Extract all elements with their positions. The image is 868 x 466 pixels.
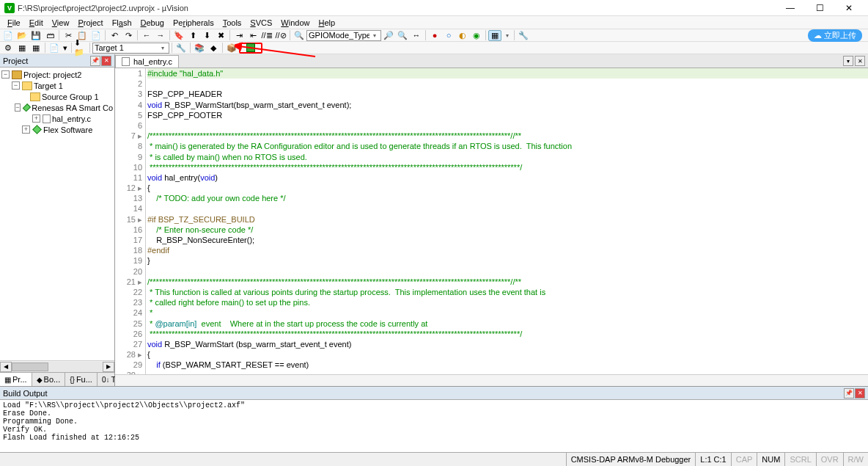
tab-books[interactable]: ◆ Bo... [32,373,66,386]
panel-pin-icon[interactable]: 📌 [90,56,100,66]
menu-help[interactable]: Help [314,18,339,27]
tree-target[interactable]: −Target 1 [1,80,113,91]
titlebar: V F:\RS\project\project2\project2.uvproj… [0,0,868,16]
status-debugger: CMSIS-DAP ARMv8-M Debugger [566,453,696,466]
nav-back-icon[interactable]: ← [140,30,153,41]
options-icon[interactable]: 🔧 [174,43,188,54]
status-ovr: OVR [816,453,843,466]
tree-root[interactable]: −Project: project2 [1,69,113,80]
save-all-icon[interactable]: 🗃 [43,30,56,41]
paste-icon[interactable]: 📄 [89,30,103,41]
menu-peripherals[interactable]: Peripherals [169,18,218,27]
status-cap: CAP [731,453,757,466]
debug-stop-icon[interactable]: ● [428,30,441,41]
menubar: File Edit View Project Flash Debug Perip… [0,16,868,29]
code-editor[interactable]: 1 2 3 4 5 6 7 ▸ 8 9 10 11 12 ▸ 13 14 15 … [115,68,868,374]
tab-functions[interactable]: {} Fu... [65,373,98,386]
tree-renesas[interactable]: −Renesas RA Smart Co [1,102,113,113]
maximize-button[interactable]: ☐ [805,0,834,16]
menu-window[interactable]: Window [276,18,314,27]
window-icon[interactable]: ▦ [488,30,501,41]
statusbar: CMSIS-DAP ARMv8-M Debugger L:1 C:1 CAP N… [0,452,868,466]
app-icon: V [4,3,15,13]
build-pin-icon[interactable]: 📌 [844,388,854,398]
redo-icon[interactable]: ↷ [122,30,135,41]
menu-debug[interactable]: Debug [136,18,169,27]
svg-line-0 [239,46,315,57]
tree-flex[interactable]: +Flex Software [1,124,113,135]
find-icon[interactable]: 🔍 [293,30,306,41]
menu-view[interactable]: View [48,18,74,27]
menu-edit[interactable]: Edit [25,18,48,27]
debug-bp-icon[interactable]: ◐ [456,30,469,41]
tree-source-group[interactable]: Source Group 1 [1,91,113,102]
upload-button[interactable]: ☁立即上传 [808,29,862,42]
status-rw: R/W [843,453,868,466]
batch-drop-icon[interactable]: ▾ [62,43,69,54]
menu-project[interactable]: Project [73,18,107,27]
comment-icon[interactable]: //≣ [260,30,273,41]
annotation-arrow [235,40,315,62]
project-hscroll[interactable]: ◀ ▶ [0,360,114,372]
incremental-find-icon[interactable]: 🔍 [396,30,409,41]
debug-run-icon[interactable]: ◉ [470,30,483,41]
editor-area: hal_entry.c ▾ ✕ 1 2 3 4 5 6 7 ▸ 8 9 10 1… [115,54,868,386]
menu-file[interactable]: File [3,18,25,27]
build-toolbar: ⚙ ▦ ▦ 📄 ▾ ⬇📁 Target 1▾ 🔧 📚 ◆ 📦 [0,42,868,54]
tree-hal-entry[interactable]: +hal_entry.c [1,113,113,124]
find-in-files-icon[interactable]: 🔎 [382,30,395,41]
menu-svcs[interactable]: SVCS [246,18,276,27]
new-file-icon[interactable]: 📄 [1,30,15,41]
outdent-icon[interactable]: ⇤ [246,30,260,41]
minimize-button[interactable]: — [776,0,805,16]
nav-fwd-icon[interactable]: → [154,30,167,41]
editor-close-icon[interactable]: ✕ [855,56,865,66]
uncomment-icon[interactable]: //⊘ [274,30,287,41]
translate-icon[interactable]: ⚙ [1,43,15,54]
window-title: F:\RS\project\project2\project2.uvprojx … [18,4,776,12]
status-position: L:1 C:1 [695,453,730,466]
undo-icon[interactable]: ↶ [108,30,121,41]
window-drop-icon[interactable]: ▾ [502,32,512,39]
open-file-icon[interactable]: 📂 [15,30,29,41]
build-output-panel: Build Output 📌 ✕ Load "F:\\RS\\project\\… [0,386,868,452]
project-panel-header: Project 📌 ✕ [0,54,114,68]
bookmark-icon[interactable]: 🔖 [172,30,185,41]
build-icon[interactable]: ▦ [15,43,29,54]
project-tabs: ▦ Pr... ◆ Bo... {} Fu... 0↓ Te... [0,372,114,386]
cloud-icon: ☁ [814,31,822,40]
manage-icon[interactable]: 📚 [193,43,206,54]
build-output-header: Build Output 📌 ✕ [0,387,868,400]
editor-menu-icon[interactable]: ▾ [843,56,853,66]
hscroll-right-icon[interactable]: ▶ [103,362,114,372]
close-button[interactable]: ✕ [834,0,864,16]
hscroll-left-icon[interactable]: ◀ [0,362,12,372]
menu-flash[interactable]: Flash [108,18,136,27]
editor-tab-hal-entry[interactable]: hal_entry.c [115,55,179,68]
configure-icon[interactable]: 🔧 [517,30,530,41]
bookmark-prev-icon[interactable]: ⬆ [186,30,199,41]
editor-tabs: hal_entry.c ▾ ✕ [115,54,868,68]
find-combo[interactable]: GPIOMode_TypeDef▾ [306,30,381,41]
file-toolbar: 📄 📂 💾 🗃 ✂ 📋 📄 ↶ ↷ ← → 🔖 ⬆ ⬇ ✖ ⇥ ⇤ //≣ //… [0,29,868,42]
cut-icon[interactable]: ✂ [62,30,75,41]
target-combo[interactable]: Target 1▾ [92,43,169,54]
manage-rte-icon[interactable]: ◆ [207,43,220,54]
replace-icon[interactable]: ↔ [410,30,423,41]
rebuild-icon[interactable]: ▦ [29,43,43,54]
bookmark-clear-icon[interactable]: ✖ [214,30,227,41]
tab-project[interactable]: ▦ Pr... [0,373,32,386]
batch-icon[interactable]: 📄 [48,43,61,54]
build-output-text[interactable]: Load "F:\\RS\\project\\project2\\Objects… [0,400,868,452]
panel-close-icon[interactable]: ✕ [101,56,111,66]
menu-tools[interactable]: Tools [218,18,246,27]
download-icon[interactable]: ⬇📁 [74,43,87,54]
indent-icon[interactable]: ⇥ [232,30,246,41]
editor-hscroll[interactable] [115,374,868,386]
project-tree[interactable]: −Project: project2 −Target 1 Source Grou… [0,68,114,360]
build-close-icon[interactable]: ✕ [855,388,865,398]
debug-step-icon[interactable]: ○ [442,30,455,41]
bookmark-next-icon[interactable]: ⬇ [200,30,213,41]
save-icon[interactable]: 💾 [29,30,43,41]
status-num: NUM [757,453,784,466]
